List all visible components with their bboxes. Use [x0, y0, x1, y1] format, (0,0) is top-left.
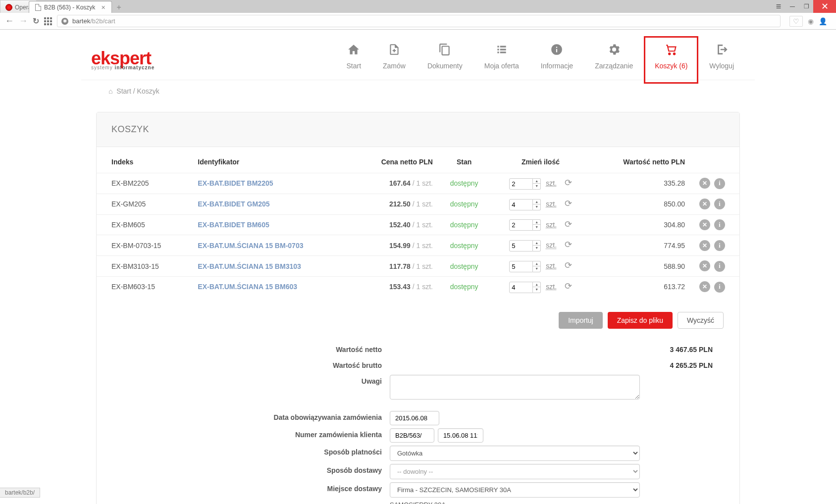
speed-dial-button[interactable]: [44, 17, 52, 25]
qty-down-button[interactable]: ▼: [533, 184, 540, 188]
unit-label[interactable]: szt.: [546, 241, 557, 249]
remove-icon[interactable]: ✕: [699, 240, 710, 251]
url-input[interactable]: ✱ bartek/b2b/cart: [57, 15, 781, 27]
qty-up-button[interactable]: ▲: [533, 220, 540, 225]
quantity-input[interactable]: [509, 240, 533, 252]
product-link[interactable]: EX-BAT.BIDET GM205: [198, 200, 269, 208]
product-link[interactable]: EX-BAT.BIDET BM605: [198, 221, 269, 229]
refresh-icon[interactable]: ⟳: [565, 199, 572, 208]
qty-down-button[interactable]: ▼: [533, 204, 540, 209]
url-host: bartek: [72, 17, 90, 25]
nav-label: Start: [346, 62, 361, 70]
nav-item-docs[interactable]: Dokumenty: [417, 42, 473, 80]
qty-down-button[interactable]: ▼: [533, 246, 540, 250]
info-icon[interactable]: i: [714, 199, 725, 209]
info-icon[interactable]: i: [714, 261, 725, 272]
window-controls: ≡ ✕: [772, 0, 836, 13]
nav-item-list[interactable]: Moja oferta: [473, 42, 530, 80]
delivery-method-select[interactable]: -- dowolny --: [390, 464, 640, 479]
remove-icon[interactable]: ✕: [699, 281, 710, 292]
qty-up-button[interactable]: ▲: [533, 261, 540, 266]
order-number-input[interactable]: [390, 428, 434, 443]
nav-forward-button[interactable]: [19, 16, 28, 26]
quantity-input[interactable]: [509, 219, 533, 231]
label-brutto: Wartość brutto: [112, 359, 390, 372]
qty-up-button[interactable]: ▲: [533, 282, 540, 287]
refresh-icon[interactable]: ⟳: [565, 178, 572, 188]
unit-label[interactable]: szt.: [546, 200, 557, 208]
address-bar: ✱ bartek/b2b/cart ♡ ◉ 👤: [0, 13, 836, 30]
refresh-icon[interactable]: ⟳: [565, 281, 572, 291]
sync-icon[interactable]: ◉: [808, 17, 814, 25]
qty-down-button[interactable]: ▼: [533, 225, 540, 229]
nav-item-cart[interactable]: Koszyk (6): [644, 36, 698, 84]
window-minimize-button[interactable]: [785, 0, 799, 13]
order-time-input[interactable]: [438, 428, 483, 443]
nav-item-gear[interactable]: Zarządzanie: [584, 42, 644, 80]
browser-tab-active[interactable]: B2B (563) - Koszyk ×: [29, 1, 112, 13]
remove-icon[interactable]: ✕: [699, 219, 710, 230]
info-icon[interactable]: i: [714, 219, 725, 230]
nav-item-logout[interactable]: Wyloguj: [698, 42, 745, 80]
window-close-button[interactable]: ✕: [813, 0, 836, 13]
quantity-input[interactable]: [509, 282, 533, 293]
cell-value: 304.80: [591, 214, 690, 235]
save-to-file-button[interactable]: Zapisz do pliku: [608, 312, 673, 329]
payment-select[interactable]: Gotówka: [390, 446, 640, 461]
tab-close-icon[interactable]: ×: [101, 3, 105, 11]
order-date-input[interactable]: [390, 411, 439, 425]
browser-menu-icon[interactable]: ≡: [772, 0, 785, 13]
new-tab-button[interactable]: +: [112, 1, 126, 13]
import-button[interactable]: Importuj: [559, 312, 603, 329]
quantity-input[interactable]: [509, 199, 533, 210]
product-link[interactable]: EX-BAT.UM.ŚCIANA 15 BM603: [198, 283, 297, 291]
cell-indeks: EX-BM603-15: [97, 276, 193, 297]
refresh-icon[interactable]: ⟳: [565, 219, 572, 229]
window-maximize-button[interactable]: [799, 0, 813, 13]
nav-back-button[interactable]: [5, 16, 14, 26]
cell-value: 588.90: [591, 256, 690, 277]
nav-reload-button[interactable]: [33, 16, 39, 26]
page-viewport[interactable]: ekspert systemy informatyczne StartZamów…: [0, 30, 836, 504]
list-icon: [484, 42, 519, 57]
cart-row: EX-BM603-15EX-BAT.UM.ŚCIANA 15 BM603153.…: [97, 276, 739, 297]
refresh-icon[interactable]: ⟳: [565, 260, 572, 270]
delivery-address: SAMOSIERRY 30A 71-181 SZCZECIN: [390, 501, 640, 504]
unit-label[interactable]: szt.: [546, 262, 557, 270]
product-link[interactable]: EX-BAT.UM.ŚCIANA 15 BM-0703: [198, 242, 303, 250]
site-logo[interactable]: ekspert systemy informatyczne: [91, 51, 155, 70]
cell-value: 850.00: [591, 194, 690, 214]
qty-up-button[interactable]: ▲: [533, 200, 540, 204]
profile-icon[interactable]: 👤: [819, 17, 827, 25]
remove-icon[interactable]: ✕: [699, 178, 710, 189]
qty-up-button[interactable]: ▲: [533, 179, 540, 184]
product-link[interactable]: EX-BAT.UM.ŚCIANA 15 BM3103: [198, 262, 301, 270]
tab-title: B2B (563) - Koszyk: [44, 4, 95, 11]
qty-up-button[interactable]: ▲: [533, 241, 540, 246]
product-link[interactable]: EX-BAT.BIDET BM2205: [198, 179, 273, 187]
comments-textarea[interactable]: [390, 375, 640, 400]
nav-item-home[interactable]: Start: [335, 42, 372, 80]
site-header: ekspert systemy informatyczne StartZamów…: [81, 30, 755, 80]
quantity-input[interactable]: [509, 261, 533, 272]
info-icon[interactable]: i: [714, 282, 725, 293]
qty-down-button[interactable]: ▼: [533, 266, 540, 271]
remove-icon[interactable]: ✕: [699, 260, 710, 271]
nav-item-info[interactable]: Informacje: [530, 42, 584, 80]
home-icon: ⌂: [108, 87, 112, 95]
breadcrumb-start-link[interactable]: Start: [116, 87, 131, 95]
unit-label[interactable]: szt.: [546, 283, 557, 291]
unit-label[interactable]: szt.: [546, 179, 557, 187]
clear-button[interactable]: Wyczyść: [678, 312, 724, 329]
bookmark-heart-icon[interactable]: ♡: [789, 16, 803, 27]
unit-label[interactable]: szt.: [546, 221, 557, 229]
info-icon[interactable]: i: [714, 178, 725, 189]
delivery-place-select[interactable]: Firma - SZCZECIN, SAMOSIERRY 30A: [390, 482, 640, 498]
qty-down-button[interactable]: ▼: [533, 287, 540, 292]
col-stan: Stan: [438, 147, 490, 173]
refresh-icon[interactable]: ⟳: [565, 240, 572, 250]
info-icon[interactable]: i: [714, 240, 725, 251]
remove-icon[interactable]: ✕: [699, 199, 710, 209]
nav-item-order[interactable]: Zamów: [372, 42, 417, 80]
quantity-input[interactable]: [509, 178, 533, 190]
